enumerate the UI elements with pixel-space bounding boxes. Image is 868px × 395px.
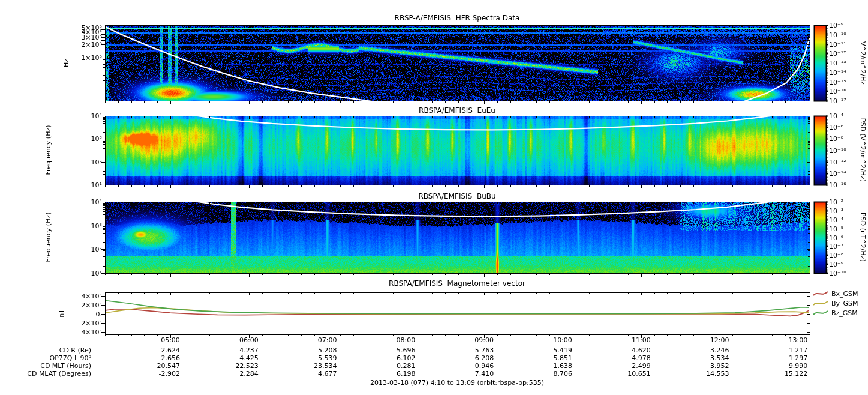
p3-ytick-label: 10⁴	[91, 199, 102, 205]
time-tick-label: 09:00	[474, 337, 494, 343]
time-tick-label: 10:00	[553, 337, 572, 343]
table-cell: 4.677	[318, 370, 337, 377]
table-cell: 23.534	[314, 363, 337, 369]
table-cell: 6.102	[397, 355, 416, 361]
p1-ytick-label: 2×10⁵	[81, 41, 102, 48]
table-cell: 15.122	[785, 370, 808, 377]
p4-ytick-label: 0.	[96, 311, 103, 318]
table-cell: 6.208	[475, 355, 494, 361]
time-tick-label: 05:00	[161, 337, 180, 343]
colorbar1-tick-label: 10⁻¹⁴	[829, 69, 846, 76]
table-row-label: CD MLAT (Degrees)	[27, 370, 91, 377]
p4-ytick-label: 4×10⁴	[81, 293, 102, 300]
panel4-title: RBSPA/EMFISIS Magnetometer vector	[389, 280, 525, 287]
p2-ytick-label: 10²	[91, 158, 102, 165]
p2-ytick-label: 10³	[91, 136, 102, 142]
p1-ytick-label: 3×10⁵	[81, 34, 102, 40]
table-cell: 5.763	[475, 347, 494, 354]
table-cell: 8.706	[553, 370, 572, 377]
p3-ytick-label: 10¹	[91, 270, 102, 277]
legend-label-by: By_GSM	[831, 300, 858, 307]
colorbar1-tick-label: 10⁻⁹	[829, 22, 843, 29]
panel1-ylabel: Hz	[63, 59, 70, 67]
time-tick-label: 07:00	[318, 337, 337, 343]
legend-label-bx: Bx_GSM	[831, 291, 858, 297]
p1-ytick-label: 1×10⁵	[81, 55, 102, 61]
time-tick-label: 12:00	[710, 337, 729, 343]
table-cell: 9.990	[789, 363, 808, 369]
table-cell: 1.638	[553, 363, 572, 369]
table-cell: 20.547	[157, 363, 180, 369]
p2-ytick-label: 10¹	[91, 182, 102, 188]
colorbar3-tick-label: 10⁻¹⁰	[829, 270, 846, 277]
colorbar3-tick-label: 10⁻⁷	[829, 243, 843, 250]
colorbar1-tick-label: 10⁻¹⁷	[829, 98, 846, 104]
table-row-label: CD MLT (Hours)	[40, 363, 91, 369]
table-cell: 22.523	[235, 363, 259, 369]
table-cell: 14.553	[706, 370, 729, 377]
colorbar2-tick-label: 10⁻⁸	[829, 136, 843, 142]
table-cell: 5.539	[318, 355, 337, 361]
panel1-title: RBSP-A/EMFISIS HFR Spectra Data	[395, 14, 520, 22]
table-row-label: CD R (Re)	[59, 347, 91, 354]
colorbar3-tick-label: 10⁻⁶	[829, 234, 843, 241]
time-tick-label: 06:00	[239, 337, 259, 343]
colorbar3-tick-label: 10⁻⁵	[829, 225, 843, 232]
p4-ytick-label: -2×10⁴	[79, 320, 102, 327]
table-cell: 2.499	[632, 363, 651, 369]
table-cell: 1.217	[789, 347, 808, 354]
colorbar1-tick-label: 10⁻¹²	[829, 50, 846, 57]
table-cell: 3.246	[710, 347, 729, 354]
table-cell: 1.297	[789, 355, 808, 361]
p4-ytick-label: -4×10⁴	[79, 329, 102, 336]
time-tick-label: 11:00	[632, 337, 651, 343]
colorbar3-tick-label: 10⁻³	[829, 207, 843, 214]
table-cell: 5.851	[553, 355, 572, 361]
table-cell: 4.425	[239, 355, 259, 361]
time-tick-label: 08:00	[397, 337, 416, 343]
p4-ytick-label: 2×10⁴	[81, 302, 102, 309]
colorbar3-unit-label: PSD (nT^2/Hz)	[860, 213, 866, 262]
table-cell: 4.620	[632, 347, 651, 354]
table-cell: 2.624	[161, 347, 180, 354]
table-cell: 5.419	[553, 347, 572, 354]
table-cell: 4.978	[632, 355, 651, 361]
table-cell: 5.208	[318, 347, 337, 354]
time-range-caption: 2013-03-18 (077) 4:10 to 13:09 (orbit:rb…	[370, 379, 544, 386]
table-cell: 4.237	[239, 347, 259, 354]
table-cell: 3.534	[710, 355, 729, 361]
panel3-title: RBSPA/EMFISIS BuBu	[418, 193, 495, 200]
colorbar1-tick-label: 10⁻¹¹	[829, 41, 846, 47]
emfisis-summary-plot: RBSP-A/EMFISIS HFR Spectra Data RBSPA/EM…	[0, 0, 868, 395]
table-cell: 2.656	[161, 355, 180, 361]
colorbar2-unit-label: PSD (V^2/m^2/Hz)	[860, 118, 866, 182]
colorbar1-tick-label: 10⁻¹³	[829, 60, 846, 67]
colorbar1-unit-label: V^2/m^2/Hz	[860, 41, 866, 85]
time-tick-label: 13:00	[789, 337, 808, 343]
panel3-ylabel: Frequency (Hz)	[45, 213, 52, 262]
table-cell: 2.284	[239, 370, 259, 377]
table-cell: 5.696	[397, 347, 416, 354]
p3-ytick-label: 10³	[91, 222, 102, 229]
colorbar2-tick-label: 10⁻⁶	[829, 124, 843, 131]
p2-ytick-label: 10⁴	[91, 113, 102, 119]
table-cell: 7.410	[475, 370, 494, 377]
colorbar3-tick-label: 10⁻⁴	[829, 216, 843, 223]
colorbar2-tick-label: 10⁻¹⁴	[829, 170, 846, 176]
colorbar1-tick-label: 10⁻¹⁰	[829, 31, 846, 38]
colorbar3-tick-label: 10⁻²	[829, 199, 843, 205]
colorbar3-tick-label: 10⁻⁹	[829, 261, 843, 268]
table-cell: -2.902	[159, 370, 180, 377]
colorbar2-tick-label: 10⁻¹⁰	[829, 147, 846, 154]
colorbar1-tick-label: 10⁻¹⁵	[829, 79, 846, 85]
table-cell: 10.651	[627, 370, 651, 377]
table-row-label: OP77Q L 90⁰	[50, 355, 91, 361]
colorbar2-tick-label: 10⁻¹⁶	[829, 182, 846, 188]
colorbar1-tick-label: 10⁻¹⁶	[829, 88, 846, 95]
table-cell: 0.281	[397, 363, 416, 369]
p3-ytick-label: 10²	[91, 246, 102, 253]
colorbar2-tick-label: 10⁻¹²	[829, 158, 846, 165]
panel2-title: RBSPA/EMFISIS EuEu	[419, 107, 495, 114]
colorbar3-tick-label: 10⁻⁸	[829, 252, 843, 259]
panel2-ylabel: Frequency (Hz)	[45, 125, 52, 175]
